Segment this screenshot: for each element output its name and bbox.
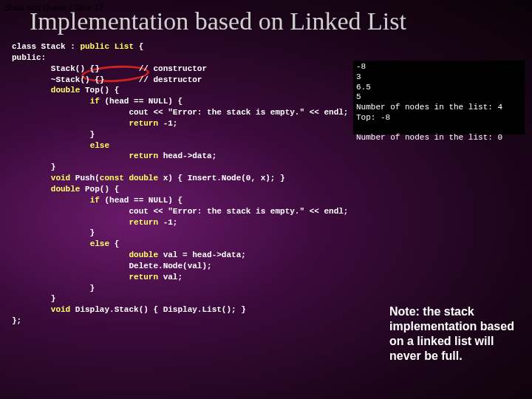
code-line: Pop() { [80,185,119,194]
code-keyword: return [129,218,158,227]
code-keyword: double [51,185,81,194]
code-keyword: if [90,196,100,205]
code-line: } [12,284,95,293]
note-text: Note: the stack implementation based on … [389,304,519,364]
code-line: (head == NULL) { [100,97,183,106]
code-line: ~Stack() {} // destructor [12,75,202,84]
code-line: { [134,42,143,51]
code-line: class Stack : [12,42,80,51]
code-line: Stack() {} // constructor [12,64,207,73]
code-line: } [12,130,95,139]
code-line: cout << "Error: the stack is empty." << … [12,207,348,216]
code-line [12,218,129,227]
code-keyword: public List [80,42,134,51]
code-line: val = head->data; [158,250,246,259]
code-keyword: double [51,86,81,95]
code-line: -1; [158,218,177,227]
code-line [12,86,51,95]
code-line: (head == NULL) { [100,196,183,205]
code-keyword: void [51,174,70,183]
code-keyword: const double [100,174,158,183]
code-line [12,305,51,314]
code-line: Delete.Node(val); [12,262,212,270]
code-line: Top() { [80,86,119,95]
code-line [12,239,90,248]
code-line: head->data; [158,151,216,160]
code-line [12,151,129,160]
code-keyword: return [129,119,158,128]
code-line: } [12,163,55,171]
code-keyword: double [129,250,158,259]
console-output: -8 3 6.5 5 Number of nodes in the list: … [353,61,525,134]
code-line: } [12,294,55,303]
code-line: cout << "Error: the stack is empty." << … [12,108,348,117]
code-line: Display.Stack() { Display.List(); } [70,305,246,314]
code-line: -1; [158,119,177,128]
code-line: }; [12,316,21,325]
code-line: x) { Insert.Node(0, x); } [158,174,285,183]
code-line [12,273,129,282]
code-line: public: [12,53,46,62]
code-line: } [12,228,95,237]
code-keyword: else [90,141,109,150]
code-keyword: else [90,239,109,248]
code-keyword: return [129,151,158,160]
slide-title: Implementation based on Linked List [0,7,532,41]
code-line: Push( [70,174,100,183]
code-keyword: return [129,273,158,282]
code-line [12,185,51,194]
code-line: val; [158,273,183,282]
code-line: { [109,239,119,248]
code-line [12,250,129,259]
code-line [12,141,90,150]
code-line [12,97,90,106]
code-line [12,196,90,205]
code-keyword: void [51,305,70,314]
code-line [12,119,129,128]
code-keyword: if [90,97,100,106]
code-line [12,174,51,183]
